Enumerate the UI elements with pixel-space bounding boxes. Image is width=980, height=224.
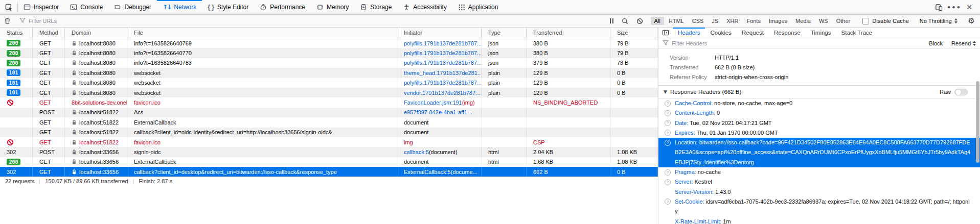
response-header-set-cookie[interactable]: ?Set-Cookie: idsrv=adf6cba1-7075-402b-9e… (658, 197, 980, 217)
column-header-file[interactable]: File (127, 28, 397, 38)
node-picker-icon[interactable] (0, 0, 17, 14)
type-filter-other[interactable]: Other (833, 17, 854, 25)
response-header-cache-control[interactable]: ?Cache-Control: no-store, no-cache, max-… (658, 98, 980, 108)
tab-storage[interactable]: Storage (354, 0, 397, 14)
method-cell: GET (33, 38, 65, 48)
request-row[interactable]: 200GETlocalhost:8080info?t=1635826640769… (0, 38, 658, 48)
details-tab-headers[interactable]: Headers (673, 28, 705, 38)
header-help-icon[interactable]: ? (665, 120, 671, 126)
initiator-link[interactable]: polyfills.1791b137de281b787... (404, 60, 482, 66)
initiator-link[interactable]: e957f897-042e-4ba1-aff1-... (404, 109, 474, 115)
clear-requests-icon[interactable] (0, 15, 15, 27)
header-help-icon[interactable]: ? (665, 198, 671, 205)
details-tab-request[interactable]: Request (737, 28, 769, 38)
tab-debugger[interactable]: Debugger (108, 0, 157, 14)
request-row[interactable]: GETlocalhost:51822callback?client_id=oid… (0, 128, 658, 137)
type-filter-images[interactable]: Images (765, 17, 791, 25)
pause-traffic-icon[interactable] (606, 15, 618, 27)
response-header-pragma[interactable]: ?Pragma: no-cache (658, 167, 980, 177)
initiator-link[interactable]: vendor.1791b137de281b787... (404, 90, 480, 96)
column-header-size[interactable]: Size (610, 28, 658, 38)
column-header-domain[interactable]: Domain (65, 28, 127, 38)
responsive-design-mode-icon[interactable] (932, 1, 945, 13)
response-header-server[interactable]: ?Server: Kestrel (658, 177, 980, 187)
response-header-location[interactable]: ?Location: bitwarden://sso-callback?code… (658, 138, 980, 167)
filter-urls-placeholder: Filter URLs (29, 18, 57, 24)
request-row[interactable]: 200GETlocalhost:8080info?t=1635826640770… (0, 48, 658, 58)
type-filter-ws[interactable]: WS (815, 17, 832, 25)
response-header-server-version[interactable]: ?Server-Version: 1.43.0 (658, 187, 980, 197)
twisty-icon[interactable]: ▼ (664, 89, 667, 94)
details-tab-cookies[interactable]: Cookies (705, 28, 737, 38)
disable-cache-checkbox[interactable]: Disable Cache (857, 18, 914, 24)
details-tab-timings[interactable]: Timings (806, 28, 836, 38)
resend-button[interactable]: Resend (947, 40, 980, 46)
column-header-status[interactable]: Status (0, 28, 33, 38)
throttling-select[interactable]: No Throttling (915, 18, 963, 24)
tab-application[interactable]: Application (452, 0, 504, 14)
tab-style-editor[interactable]: { }Style Editor (202, 0, 254, 14)
header-help-icon[interactable]: ? (665, 101, 671, 107)
request-row[interactable]: POSTlocalhost:51822Acse957f897-042e-4ba1… (0, 108, 658, 117)
type-filter-css[interactable]: CSS (689, 17, 708, 25)
request-row[interactable]: 200GETlocalhost:8080info?t=1635826640783… (0, 58, 658, 68)
filter-urls-input[interactable]: Filter URLs (15, 17, 606, 24)
tab-performance[interactable]: Performance (254, 0, 311, 14)
response-header-date[interactable]: ?Date: Tue, 02 Nov 2021 04:17:21 GMT (658, 118, 980, 128)
header-help-icon[interactable]: ? (665, 179, 671, 185)
tab-inspector[interactable]: Inspector (18, 0, 64, 14)
request-row[interactable]: 200GETlocalhost:33656ExternalCallbackdoc… (0, 157, 658, 167)
type-filter-all[interactable]: All (651, 17, 664, 25)
tab-console[interactable]: Console (64, 0, 108, 14)
header-help-icon[interactable]: ? (665, 140, 671, 146)
type-filter-media[interactable]: Media (792, 17, 814, 25)
details-tab-stack-trace[interactable]: Stack Trace (836, 28, 878, 38)
block-button[interactable]: Block (925, 40, 947, 46)
header-help-icon[interactable]: ? (665, 169, 671, 176)
header-help-icon[interactable]: ? (665, 110, 671, 116)
tab-memory[interactable]: Memory (311, 0, 354, 14)
network-content: StatusMethodDomainFileInitiatorTypeTrans… (0, 28, 980, 224)
type-filter-js[interactable]: JS (708, 17, 722, 25)
raw-toggle[interactable] (954, 89, 968, 95)
initiator-link[interactable]: ExternalCallback:5 (404, 169, 451, 175)
tab-network[interactable]: ↑↓Network (157, 0, 202, 14)
header-help-icon[interactable]: ? (665, 130, 671, 136)
response-headers-section[interactable]: ▼ Response Headers (662 B) Raw (658, 86, 980, 98)
type-filter-html[interactable]: HTML (665, 17, 688, 25)
column-header-type[interactable]: Type (482, 28, 527, 38)
request-row[interactable]: GET8bit-solutions-dev.onelogin....favico… (0, 97, 658, 107)
search-icon[interactable] (618, 15, 632, 27)
response-header-x-rate-limit-limit[interactable]: ?X-Rate-Limit-Limit: 1m (658, 217, 980, 224)
network-settings-gear-icon[interactable]: ⚙ (963, 16, 980, 26)
more-options-icon[interactable]: ••• (947, 1, 961, 13)
panel-scrollbar[interactable] (975, 48, 979, 224)
initiator-link[interactable]: FaviconLoader.jsm:191 (404, 99, 462, 106)
initiator-link[interactable]: polyfills.1791b137de281b787... (404, 50, 482, 56)
filter-headers-input[interactable]: Filter Headers Block Resend (658, 38, 980, 48)
request-row[interactable]: 101GETlocalhost:8080websocketvendor.1791… (0, 88, 658, 97)
initiator-link[interactable]: theme_head.1791b137de281... (404, 70, 482, 76)
initiator-link[interactable]: polyfills.1791b137de281b787... (404, 80, 482, 86)
initiator-link[interactable]: callback:5 (404, 149, 429, 155)
request-row[interactable]: 302POSTlocalhost:33656signin-oidccallbac… (0, 147, 658, 157)
scrollbar-thumb[interactable] (976, 81, 979, 163)
details-tab-response[interactable]: Response (769, 28, 806, 38)
column-header-method[interactable]: Method (33, 28, 65, 38)
close-devtools-icon[interactable]: ✕ (963, 1, 976, 13)
request-row[interactable]: GETlocalhost:51822favicon.icoimgCSP (0, 137, 658, 147)
request-row[interactable]: 101GETlocalhost:8080websockettheme_head.… (0, 68, 658, 78)
request-row[interactable]: GETlocalhost:51822ExternalCallbackdocume… (0, 117, 658, 127)
response-header-expires[interactable]: ?Expires: Thu, 01 Jan 1970 00:00:00 GMT (658, 128, 980, 138)
tab-accessibility[interactable]: Accessibility (397, 0, 452, 14)
initiator-link[interactable]: polyfills.1791b137de281b787... (404, 40, 482, 46)
column-header-initiator[interactable]: Initiator (397, 28, 482, 38)
type-filter-fonts[interactable]: Fonts (743, 17, 764, 25)
response-header-content-length[interactable]: ?Content-Length: 0 (658, 108, 980, 118)
block-request-icon[interactable] (632, 15, 647, 27)
column-header-transferred[interactable]: Transferred (527, 28, 610, 38)
request-row[interactable]: 302GETlocalhost:33656callback?client_id=… (0, 167, 658, 177)
type-filter-xhr[interactable]: XHR (723, 17, 742, 25)
toggle-details-pane-icon[interactable] (658, 28, 673, 38)
request-row[interactable]: 101GETlocalhost:8080websocketpolyfills.1… (0, 78, 658, 88)
